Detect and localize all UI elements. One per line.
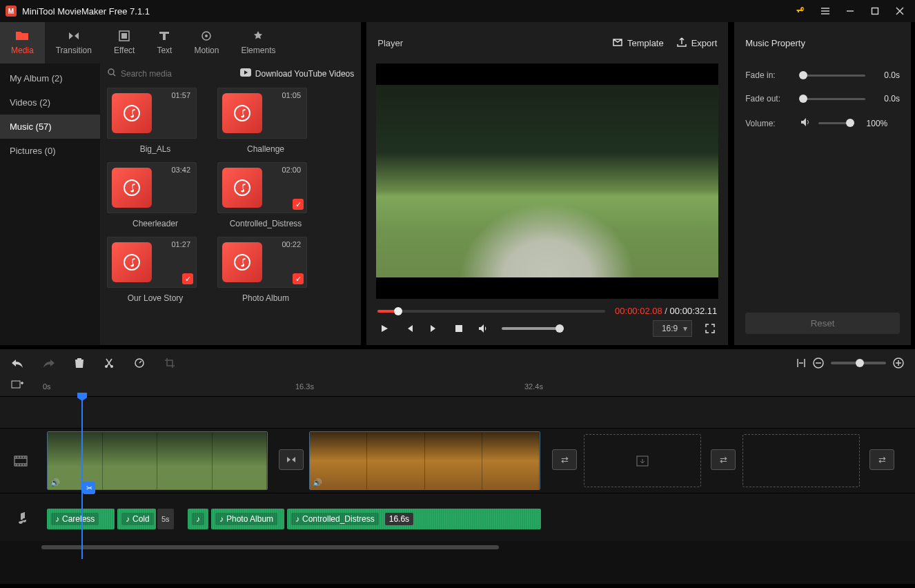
template-button[interactable]: Template (612, 37, 664, 50)
audio-track[interactable]: ♪ Careless ♪ Cold 5s ♪ ♪ Photo Album ♪ C… (41, 493, 915, 541)
media-name: Controlled_Distress (217, 219, 314, 228)
volume-label: Volume: (745, 119, 794, 128)
video-clip-1[interactable]: 🔊 (47, 431, 268, 490)
audio-clip-unnamed[interactable]: ♪ (188, 509, 208, 529)
drop-slot-1[interactable] (584, 434, 701, 487)
tab-text[interactable]: Text (146, 22, 183, 63)
upgrade-key-icon[interactable] (791, 1, 810, 21)
download-youtube-link[interactable]: Download YouTube Videos (240, 68, 354, 79)
sidebar-item-videos[interactable]: Videos (2) (0, 90, 100, 115)
crop-button[interactable] (164, 357, 175, 369)
sidebar-item-music[interactable]: Music (57) (0, 115, 100, 139)
split-button[interactable] (104, 357, 115, 369)
svg-point-14 (105, 365, 108, 368)
undo-button[interactable] (11, 358, 23, 368)
media-item[interactable]: 03:42Cheerleader (107, 162, 204, 228)
sidebar-item-pictures[interactable]: Pictures (0) (0, 139, 100, 163)
svg-rect-13 (455, 325, 462, 332)
preview-viewport (376, 63, 718, 299)
redo-button[interactable] (43, 358, 55, 368)
svg-point-10 (235, 180, 250, 195)
zoom-fit-button[interactable] (796, 357, 806, 369)
tab-media[interactable]: Media (0, 22, 45, 63)
media-item[interactable]: 01:27✓Our Love Story (107, 237, 204, 303)
clip-audio-icon: 🔊 (50, 478, 60, 487)
media-name: Challenge (217, 144, 314, 154)
tab-motion[interactable]: Motion (183, 22, 230, 63)
svg-point-4 (205, 35, 208, 37)
audio-clip-photo-album[interactable]: ♪ Photo Album (211, 509, 284, 529)
app-title: MiniTool MovieMaker Free 7.1.1 (22, 6, 785, 17)
search-input[interactable] (121, 69, 197, 79)
ruler-mark-1: 16.3s (295, 382, 314, 391)
minimize-button[interactable] (840, 1, 860, 21)
media-name: Big_ALs (107, 144, 204, 154)
fade-out-value: 0.0s (872, 94, 900, 104)
add-track-button[interactable] (11, 379, 23, 391)
audio-dur-cold: 5s (157, 509, 174, 529)
fade-out-slider[interactable] (800, 98, 865, 100)
svg-point-8 (235, 106, 250, 121)
next-frame-button[interactable] (427, 322, 441, 335)
media-duration: 03:42 (171, 166, 190, 174)
title-track[interactable] (41, 397, 915, 428)
export-button[interactable]: Export (676, 37, 718, 50)
media-duration: 00:22 (282, 240, 301, 248)
reset-button[interactable]: Reset (745, 313, 900, 334)
svg-point-11 (124, 255, 139, 270)
player-title: Player (377, 38, 600, 48)
ruler-mark-0: 0s (43, 382, 51, 391)
media-item[interactable]: 01:05Challenge (217, 88, 314, 154)
volume-prop-icon[interactable] (800, 117, 811, 129)
sidebar-item-my-album[interactable]: My Album (2) (0, 66, 100, 90)
video-track[interactable]: 🔊 ✂ 🔊 ⇄ ⇄ ⇄ (41, 429, 915, 493)
seek-bar[interactable] (377, 310, 605, 313)
video-track-icon (0, 429, 41, 493)
svg-point-7 (124, 106, 139, 121)
audio-clip-controlled-distress[interactable]: ♪ Controlled_Distress16.6s (287, 509, 541, 529)
prev-frame-button[interactable] (402, 322, 416, 335)
transition-slot-1[interactable] (279, 449, 304, 470)
close-button[interactable] (890, 1, 909, 21)
tab-transition[interactable]: Transition (45, 22, 103, 63)
youtube-icon (240, 68, 251, 79)
fade-in-value: 0.0s (872, 70, 900, 80)
volume-slider[interactable] (502, 327, 564, 330)
play-button[interactable] (377, 322, 391, 335)
time-total: 00:00:32.11 (670, 306, 718, 316)
svg-point-5 (108, 69, 114, 75)
svg-point-12 (235, 255, 250, 270)
stop-button[interactable] (452, 322, 466, 335)
timeline-scrollbar[interactable] (41, 544, 874, 551)
media-item[interactable]: 01:57Big_ALs (107, 88, 204, 154)
media-item[interactable]: 00:22✓Photo Album (217, 237, 314, 303)
delete-button[interactable] (75, 357, 84, 369)
menu-icon[interactable] (816, 1, 835, 21)
media-name: Cheerleader (107, 219, 204, 228)
fade-in-slider[interactable] (800, 75, 865, 77)
volume-prop-slider[interactable] (818, 122, 853, 124)
playhead[interactable] (81, 393, 83, 559)
volume-icon[interactable] (477, 322, 491, 335)
tab-effect[interactable]: Effect (103, 22, 146, 63)
media-item[interactable]: 02:00✓Controlled_Distress (217, 162, 314, 228)
transition-slot-3[interactable]: ⇄ (711, 449, 736, 470)
tab-elements[interactable]: Elements (230, 22, 286, 63)
drop-slot-2[interactable] (742, 434, 860, 487)
audio-clip-cold[interactable]: ♪ Cold (117, 509, 156, 529)
audio-clip-careless[interactable]: ♪ Careless (47, 509, 115, 529)
zoom-out-button[interactable] (813, 357, 824, 369)
zoom-slider[interactable] (831, 362, 886, 364)
fullscreen-button[interactable] (703, 322, 717, 335)
video-clip-2[interactable]: 🔊 (309, 431, 540, 490)
transition-slot-4[interactable]: ⇄ (869, 449, 894, 470)
transition-slot-2[interactable]: ⇄ (552, 449, 577, 470)
music-icon (222, 168, 262, 208)
fade-out-label: Fade out: (745, 94, 794, 104)
svg-rect-2 (121, 33, 127, 39)
zoom-in-button[interactable] (893, 357, 904, 369)
speed-button[interactable] (134, 357, 145, 369)
aspect-ratio-select[interactable]: 16:9 (653, 320, 692, 337)
maximize-button[interactable] (865, 1, 885, 21)
cut-marker-icon[interactable]: ✂ (83, 482, 95, 494)
